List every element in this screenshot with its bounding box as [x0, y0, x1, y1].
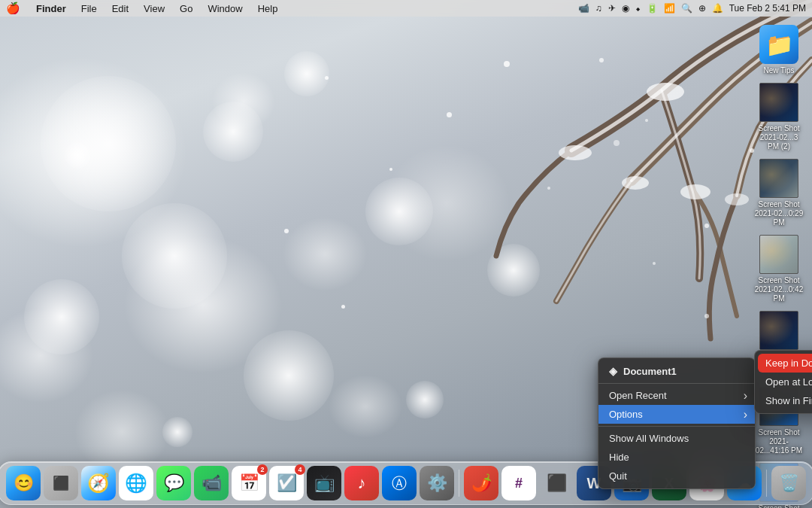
- menubar-view[interactable]: View: [141, 3, 167, 14]
- dock-icon-reminders[interactable]: ☑️ 4: [269, 466, 304, 500]
- tree-decoration: [286, 0, 812, 376]
- context-menu: ◈ Document1 Open Recent Options Show All…: [598, 357, 756, 489]
- svg-point-1: [680, 184, 710, 199]
- svg-point-2: [622, 176, 649, 190]
- context-menu-divider2: [598, 426, 755, 427]
- menubar: 🍎 Finder File Edit View Go Window Help 📹…: [0, 0, 812, 17]
- flight-icon[interactable]: ✈: [608, 3, 616, 14]
- submenu-keep-in-dock[interactable]: Keep in Dock: [758, 354, 812, 373]
- context-menu-title: Document1: [623, 366, 677, 377]
- desktop-icon-screenshot3[interactable]: Screen Shot 2021-02...0:42 PM: [752, 233, 806, 306]
- launchpad2-icon: ⬛: [547, 473, 567, 493]
- tv-icon: 📺: [314, 473, 335, 493]
- slack-icon: #: [515, 476, 523, 491]
- menubar-right: 📹 ♫ ✈ ◉ ⬥ 🔋 📶 🔍 ⊕ 🔔 Tue Feb 2 5:41 PM: [578, 3, 806, 14]
- context-menu-divider: [598, 383, 755, 384]
- dock-icon-launchpad2[interactable]: ⬛: [539, 466, 574, 500]
- snowflake: [341, 305, 345, 309]
- trash-icon: 🗑️: [779, 473, 799, 493]
- battery-icon[interactable]: 🔋: [647, 3, 658, 14]
- control-icon[interactable]: ⊕: [698, 3, 706, 14]
- svg-point-4: [725, 193, 749, 205]
- wifi-bars-icon[interactable]: 📶: [664, 3, 675, 14]
- apple-logo[interactable]: 🍎: [6, 2, 20, 15]
- bokeh-circle: [122, 203, 227, 309]
- snowflake: [284, 229, 289, 233]
- snowflake: [504, 61, 510, 67]
- search-icon[interactable]: 🔍: [681, 3, 692, 14]
- messages-icon: 💬: [164, 473, 184, 493]
- context-menu-open-recent[interactable]: Open Recent: [598, 386, 755, 405]
- launchpad-icon: ⬛: [53, 475, 69, 491]
- screenshot5-label: Screen Shot 2021-02...41:16 PM: [754, 428, 804, 455]
- submenu-show-in-finder[interactable]: Show in Finder: [755, 391, 812, 410]
- dock-icon-launchpad[interactable]: ⬛: [44, 466, 78, 500]
- wifi-icon[interactable]: ◉: [622, 3, 629, 14]
- notification-icon[interactable]: 🔔: [712, 3, 723, 14]
- calendar-icon: 📅: [239, 473, 259, 493]
- desktop-icon-new-tips[interactable]: 📁 New Tips: [752, 23, 806, 78]
- dock-separator: [459, 470, 459, 497]
- svg-point-8: [547, 187, 550, 190]
- music-icon: ♪: [358, 473, 366, 493]
- bokeh-circle: [162, 417, 192, 447]
- context-menu-options[interactable]: Options: [598, 405, 755, 424]
- safari-icon: 🧭: [87, 473, 110, 494]
- dock-icon-paprika[interactable]: 🌶️: [464, 466, 498, 500]
- dock-icon-system-preferences[interactable]: ⚙️: [420, 466, 454, 500]
- bokeh-circle: [203, 102, 263, 162]
- dock-icon-facetime[interactable]: 📹: [194, 466, 229, 500]
- snowflake: [447, 112, 452, 117]
- screenshot1-label: Screen Shot 2021-02...3 PM (2): [754, 124, 804, 151]
- bokeh-circle: [406, 381, 444, 418]
- menubar-edit[interactable]: Edit: [110, 3, 131, 14]
- system-preferences-icon: ⚙️: [427, 473, 447, 493]
- screenshot3-label: Screen Shot 2021-02...0:42 PM: [754, 276, 804, 303]
- chrome-icon: 🌐: [125, 473, 147, 494]
- context-menu-hide[interactable]: Hide: [598, 448, 755, 467]
- desktop-icon-screenshot1[interactable]: Screen Shot 2021-02...3 PM (2): [752, 81, 806, 154]
- context-menu-header: ◈ Document1: [598, 361, 755, 381]
- svg-point-7: [704, 224, 709, 228]
- desktop-icon-screenshot2[interactable]: Screen Shot 2021-02...0:29 PM: [752, 157, 806, 230]
- dock-icon-safari[interactable]: 🧭: [81, 466, 116, 500]
- dock-icon-finder[interactable]: 😊: [6, 466, 41, 500]
- menubar-left: 🍎 Finder File Edit View Go Window Help: [6, 2, 280, 15]
- context-menu-show-all-windows[interactable]: Show All Windows: [598, 429, 755, 448]
- context-menu-quit[interactable]: Quit: [598, 467, 755, 485]
- svg-point-10: [653, 262, 656, 265]
- new-tips-label: New Tips: [763, 66, 794, 75]
- dock-icon-calendar[interactable]: 📅 2: [232, 466, 266, 500]
- finder-icon: 😊: [14, 473, 34, 493]
- svg-point-12: [704, 314, 709, 318]
- paprika-icon: 🌶️: [471, 473, 492, 493]
- video-icon[interactable]: 📹: [578, 3, 589, 14]
- menubar-help[interactable]: Help: [256, 3, 280, 14]
- menubar-go[interactable]: Go: [177, 3, 195, 14]
- dock-separator-2: [766, 470, 767, 497]
- svg-point-5: [599, 58, 604, 62]
- menubar-file[interactable]: File: [79, 3, 99, 14]
- submenu-open-at-login[interactable]: Open at Login: [755, 373, 812, 391]
- dock-icon-chrome[interactable]: 🌐: [119, 466, 153, 500]
- new-tips-folder-icon: 📁: [759, 25, 798, 64]
- screenshot4-icon: [759, 311, 798, 350]
- reminders-badge: 4: [295, 464, 305, 475]
- music-icon[interactable]: ♫: [595, 3, 602, 14]
- menubar-finder[interactable]: Finder: [34, 3, 68, 14]
- menubar-window[interactable]: Window: [205, 3, 244, 14]
- bokeh-circle: [41, 76, 176, 211]
- dock-icon-trash[interactable]: 🗑️: [771, 466, 806, 500]
- screenshot2-label: Screen Shot 2021-02...0:29 PM: [754, 200, 804, 227]
- bluetooth-icon[interactable]: ⬥: [635, 3, 641, 14]
- dock-icon-messages[interactable]: 💬: [156, 466, 191, 500]
- svg-point-6: [645, 119, 648, 122]
- submenu: Keep in Dock Open at Login Show in Finde…: [754, 350, 812, 414]
- document-icon: ◈: [609, 365, 617, 377]
- reminders-icon: ☑️: [277, 473, 297, 493]
- dock-icon-appstore[interactable]: Ⓐ: [382, 466, 417, 500]
- dock-icon-music[interactable]: ♪: [344, 466, 379, 500]
- dock-icon-slack[interactable]: #: [501, 466, 536, 500]
- dock-icon-tv[interactable]: 📺: [307, 466, 341, 500]
- svg-point-11: [614, 140, 620, 146]
